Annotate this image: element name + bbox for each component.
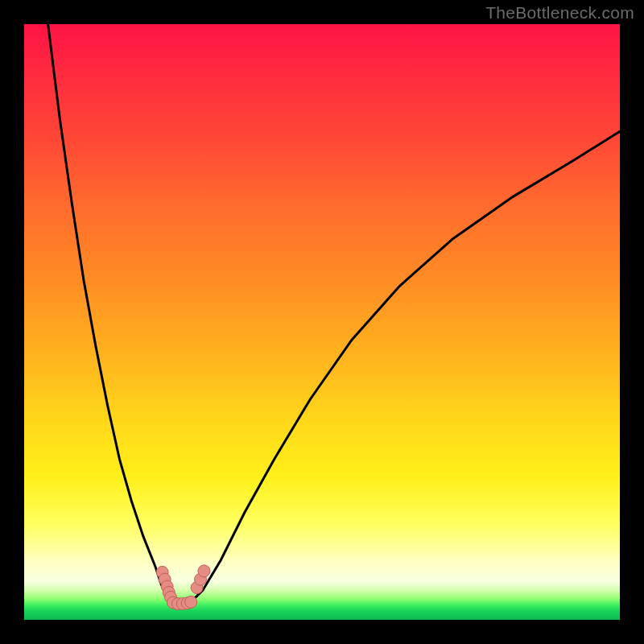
watermark-text: TheBottleneck.com (485, 3, 634, 23)
marker-right-cluster (198, 565, 210, 577)
series-left-branch (48, 24, 171, 602)
curve-layer (24, 24, 620, 620)
series-right-branch (191, 131, 620, 602)
marker-bottom-cluster (185, 596, 197, 608)
plot-area (24, 24, 620, 620)
chart-stage: TheBottleneck.com (0, 0, 644, 644)
